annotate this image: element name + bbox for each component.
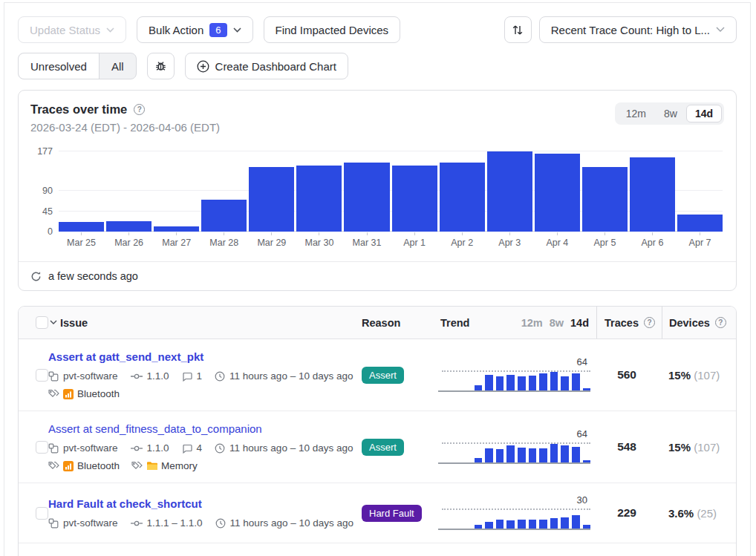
bulk-action-label: Bulk Action — [149, 24, 203, 36]
tag-bluetooth[interactable]: Bluetooth — [48, 460, 120, 471]
trend-range-8w[interactable]: 8w — [550, 317, 564, 329]
issues-table: Issue Reason Trend 12m 8w 14d Traces ? D… — [18, 306, 737, 556]
x-axis-label: Mar 30 — [296, 232, 342, 248]
chart-bar-apr-3[interactable] — [487, 151, 532, 232]
issue-tags: Bluetooth — [48, 388, 354, 399]
trend-bar — [561, 376, 569, 391]
x-axis-label: Apr 3 — [487, 232, 532, 248]
tags-icon — [131, 461, 143, 471]
version-commit-icon — [131, 445, 143, 452]
trend-bar — [506, 445, 515, 462]
refresh-icon[interactable] — [30, 271, 42, 282]
chart-bar-apr-1[interactable] — [392, 166, 437, 232]
chart-help-icon[interactable]: ? — [134, 104, 145, 115]
filter-unresolved-option[interactable]: Unresolved — [19, 53, 100, 79]
chart-bar-apr-2[interactable] — [440, 163, 485, 232]
filter-all-option[interactable]: All — [100, 53, 136, 79]
trend-sparkline[interactable]: 64 — [442, 356, 590, 393]
devices-stat: 15% (107) — [662, 369, 736, 382]
chart-bar-mar-25[interactable] — [59, 222, 104, 232]
resolution-filter: Unresolved All — [18, 53, 137, 79]
last-refreshed-text: a few seconds ago — [48, 270, 138, 282]
issue-title-link[interactable]: Assert at gatt_send_next_pkt — [48, 350, 203, 363]
version-range: 1.1.0 — [131, 442, 169, 454]
sort-order-dropdown[interactable]: Recent Trace Count: High to L... — [539, 16, 737, 43]
chart-bar-apr-6[interactable] — [630, 157, 675, 232]
trend-bar — [539, 373, 547, 390]
header-traces: Traces — [605, 317, 639, 329]
issue-title-link[interactable]: Assert at send_fitness_data_to_companion — [48, 422, 262, 435]
chevron-down-icon — [233, 27, 241, 33]
trend-sparkline[interactable]: 30 — [442, 494, 590, 532]
chart-bar-apr-7[interactable] — [677, 215, 723, 232]
bulk-action-button[interactable]: Bulk Action 6 — [137, 16, 252, 43]
sort-direction-button[interactable] — [504, 16, 532, 43]
trend-bar — [529, 448, 537, 463]
issue-meta: pvt-software1.1.1 – 1.1.011 hours ago – … — [48, 517, 354, 529]
trend-bar — [550, 372, 558, 390]
tag-memory[interactable]: Memory — [131, 460, 198, 471]
clock-icon — [215, 443, 225, 454]
x-axis-label: Mar 26 — [106, 232, 151, 248]
select-all-checkbox[interactable] — [36, 316, 48, 329]
arrows-up-down-icon — [512, 24, 523, 36]
devices-help-icon[interactable]: ? — [715, 317, 726, 328]
x-axis-label: Apr 4 — [535, 232, 580, 248]
memory-tag-icon — [146, 461, 157, 471]
tags-icon — [48, 389, 59, 399]
chart-bar-mar-28[interactable] — [201, 200, 247, 232]
chart-bar-mar-29[interactable] — [249, 167, 294, 232]
create-dashboard-chart-button[interactable]: Create Dashboard Chart — [185, 53, 348, 79]
chart-bar-mar-31[interactable] — [344, 163, 389, 232]
bar-chart-x-axis: Mar 25Mar 26Mar 27Mar 28Mar 29Mar 30Mar … — [59, 232, 723, 248]
trend-bar — [485, 375, 493, 391]
chevron-down-icon — [106, 27, 114, 33]
chart-date-range: 2026-03-24 (EDT) - 2026-04-06 (EDT) — [30, 121, 615, 134]
x-axis-label: Apr 7 — [677, 232, 723, 248]
trend-bar — [539, 520, 547, 529]
trend-bar — [485, 448, 493, 463]
update-status-button[interactable]: Update Status — [18, 16, 126, 43]
row-checkbox[interactable] — [36, 441, 48, 454]
trend-range-14d[interactable]: 14d — [570, 317, 589, 329]
x-axis-label: Mar 31 — [344, 232, 389, 248]
trend-sparkline[interactable]: 64 — [442, 428, 590, 465]
traces-help-icon[interactable]: ? — [644, 317, 655, 328]
chart-bar-mar-27[interactable] — [154, 226, 199, 232]
row-checkbox[interactable] — [36, 507, 48, 520]
chart-range-14d[interactable]: 14d — [686, 105, 722, 122]
x-axis-label: Apr 1 — [392, 232, 437, 248]
header-reason: Reason — [362, 317, 400, 329]
software-icon — [48, 443, 59, 454]
debug-issues-button[interactable] — [147, 53, 175, 79]
traces-count: 560 — [596, 368, 662, 382]
axis-tick — [605, 232, 605, 235]
row-checkbox[interactable] — [36, 369, 48, 382]
trend-range-12m[interactable]: 12m — [521, 317, 543, 329]
axis-tick — [176, 232, 177, 235]
chart-bars — [59, 150, 723, 232]
table-row: Assert at send_fitness_data_to_companion… — [19, 411, 736, 483]
chart-bar-mar-26[interactable] — [106, 221, 151, 232]
trend-bar — [550, 444, 558, 462]
chart-bar-apr-5[interactable] — [582, 167, 628, 232]
table-header: Issue Reason Trend 12m 8w 14d Traces ? D… — [19, 307, 736, 339]
chevron-down-icon[interactable] — [50, 320, 57, 325]
axis-tick — [271, 232, 272, 235]
x-axis-label: Apr 2 — [440, 232, 485, 248]
chart-range-12m[interactable]: 12m — [617, 105, 655, 122]
trend-bar — [561, 517, 569, 529]
tag-bluetooth[interactable]: Bluetooth — [48, 388, 120, 399]
axis-tick — [319, 232, 319, 235]
issue-title-link[interactable]: Hard Fault at check_shortcut — [48, 497, 202, 510]
x-axis-label: Mar 28 — [201, 232, 247, 248]
reason-badge: Assert — [362, 439, 404, 456]
chart-range-8w[interactable]: 8w — [655, 105, 686, 122]
time-range: 11 hours ago – 10 days ago — [215, 370, 353, 382]
find-impacted-devices-button[interactable]: Find Impacted Devices — [264, 16, 401, 43]
software-icon — [48, 371, 59, 382]
chart-bar-apr-4[interactable] — [535, 154, 580, 232]
traces-count: 229 — [596, 506, 662, 520]
chart-bar-mar-30[interactable] — [296, 166, 342, 232]
trend-max-label: 64 — [577, 428, 587, 439]
